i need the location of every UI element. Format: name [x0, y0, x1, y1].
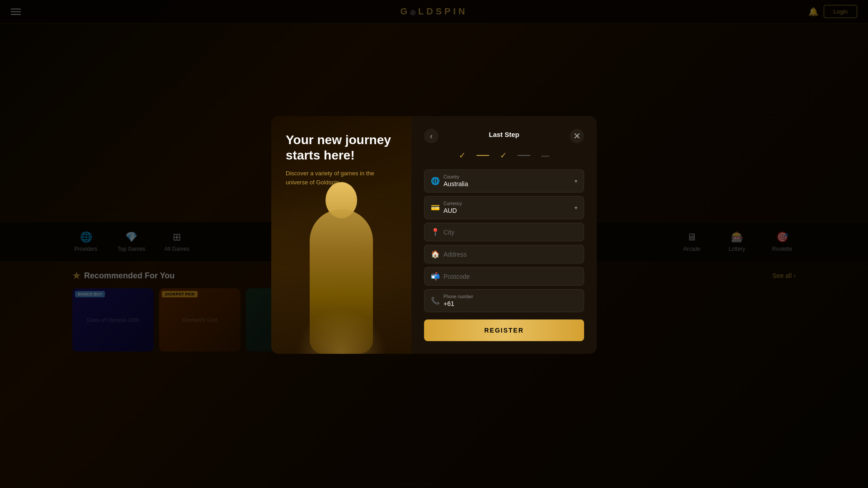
home-icon: 🏠 — [431, 250, 439, 258]
postcode-field[interactable]: 📬 — [424, 267, 584, 286]
step-1: ✓ — [459, 150, 466, 160]
phone-field-content: Phone number +61 — [443, 294, 577, 307]
currency-field-content: Currency AUD — [443, 201, 570, 214]
modal-header: ‹ Last Step ✕ — [424, 129, 584, 143]
country-dropdown-arrow[interactable]: ▾ — [575, 178, 577, 184]
phone-label: Phone number — [443, 294, 577, 299]
country-value: Australia — [443, 180, 570, 188]
form-fields: 🌐 Country Australia ▾ 💳 Currency AUD ▾ — [424, 169, 584, 312]
phone-icon: 📞 — [431, 296, 439, 305]
figure-silhouette — [296, 191, 387, 354]
modal-step-title: Last Step — [439, 131, 570, 138]
step-3: — — [541, 151, 549, 160]
city-input[interactable] — [443, 229, 577, 236]
globe-icon: 🌐 — [431, 177, 439, 185]
step-2-icon: ✓ — [500, 150, 507, 160]
currency-dropdown-arrow[interactable]: ▾ — [575, 205, 577, 211]
step-indicators: ✓ ✓ — — [424, 150, 584, 160]
country-label: Country — [443, 174, 570, 179]
currency-field[interactable]: 💳 Currency AUD ▾ — [424, 196, 584, 219]
step-1-icon: ✓ — [459, 150, 466, 160]
location-icon: 📍 — [431, 228, 439, 236]
postcode-icon: 📬 — [431, 272, 439, 281]
step-2: ✓ — [500, 150, 507, 160]
country-field[interactable]: 🌐 Country Australia ▾ — [424, 169, 584, 192]
currency-icon: 💳 — [431, 203, 439, 212]
currency-label: Currency — [443, 201, 570, 206]
step-3-icon: — — [541, 151, 549, 160]
modal-promo-panel: Your new journey starts here! Discover a… — [271, 116, 411, 354]
phone-field[interactable]: 📞 Phone number +61 — [424, 289, 584, 312]
registration-modal: Your new journey starts here! Discover a… — [271, 116, 597, 354]
phone-prefix: +61 — [443, 300, 577, 307]
address-input[interactable] — [443, 251, 577, 258]
modal-form-panel: ‹ Last Step ✕ ✓ ✓ — — [411, 116, 597, 354]
postcode-input[interactable] — [443, 273, 577, 280]
modal-close-button[interactable]: ✕ — [570, 129, 584, 143]
step-line-1 — [476, 155, 489, 156]
address-field[interactable]: 🏠 — [424, 245, 584, 263]
step-line-2 — [518, 155, 530, 156]
modal-figure — [271, 182, 411, 354]
register-button[interactable]: REGISTER — [424, 319, 584, 341]
currency-value: AUD — [443, 207, 570, 214]
modal-promo-title: Your new journey starts here! — [286, 132, 397, 163]
sparkles — [296, 309, 387, 354]
modal-back-button[interactable]: ‹ — [424, 129, 439, 143]
modal-overlay: Your new journey starts here! Discover a… — [0, 0, 868, 488]
city-field[interactable]: 📍 — [424, 223, 584, 241]
country-field-content: Country Australia — [443, 174, 570, 188]
